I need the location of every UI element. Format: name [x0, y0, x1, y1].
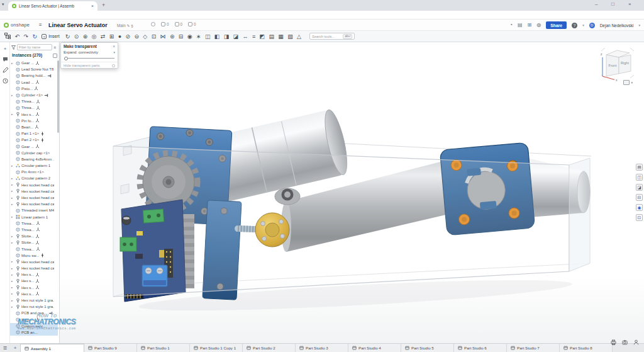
instance-row[interactable]: ▸ Micro sw... — [10, 253, 58, 259]
rotate-view-icon[interactable]: ↻ — [64, 33, 72, 40]
onshape-logo[interactable]: onshape — [4, 22, 30, 28]
add-instance-icon[interactable]: + — [2, 46, 8, 52]
document-title[interactable]: Linear Servo Actuator — [48, 22, 108, 28]
studio-tab[interactable]: Part Studio 6 — [454, 344, 507, 352]
instance-row[interactable]: ▸ Circular pattern 2 — [10, 175, 58, 181]
follow-counter[interactable]: 0 — [175, 22, 183, 26]
document-menu-icon[interactable]: ≡ — [39, 22, 42, 28]
help-icon[interactable]: ? — [572, 23, 577, 28]
rebuild-icon[interactable]: ↻ — [30, 33, 39, 40]
instance-row[interactable]: ▸ Threa... — [10, 98, 58, 105]
configurations-icon[interactable]: ⊡ — [636, 214, 643, 221]
instance-row[interactable]: ▸ Hex socket head ca... — [10, 201, 58, 207]
circular-pattern-icon[interactable]: ◉ — [186, 33, 194, 40]
instance-row[interactable]: ▸ Threaded insert M4... — [10, 207, 58, 213]
app-store-grid-icon[interactable]: ⊞ — [528, 23, 532, 28]
revolute-mate-icon[interactable]: ◎ — [89, 33, 98, 40]
studio-tab[interactable]: Part Studio 9 — [84, 344, 137, 352]
user-menu-caret-icon[interactable]: ▾ — [638, 23, 640, 27]
instance-row[interactable]: ▸ Pisto... — [10, 86, 58, 92]
filter-funnel-icon[interactable] — [11, 45, 16, 50]
instance-row[interactable]: ▸ Slotte... — [10, 239, 58, 246]
instance-row[interactable]: ▸ Pin 4mm <1> — [10, 169, 58, 175]
collapse-all-icon[interactable] — [53, 54, 57, 58]
workspace-name[interactable]: Main ✎ § — [117, 23, 133, 28]
section-view-icon[interactable]: ◪ — [231, 33, 240, 40]
instance-row[interactable]: ▸ Bearing 4x8x4mm ... — [10, 156, 58, 162]
bom-table-icon[interactable]: ▤ — [636, 164, 643, 171]
new-tab-button[interactable]: + — [102, 3, 105, 8]
instance-row[interactable]: ▸ Cylinder cap <1> — [10, 150, 58, 156]
explode-icon[interactable]: ∗ — [194, 33, 203, 40]
appearance-sphere-icon[interactable]: ◉ — [636, 204, 643, 211]
measure-icon[interactable]: ↔ — [240, 33, 250, 40]
expand-caret-icon[interactable]: ▸ — [11, 113, 14, 116]
cylindrical-mate-icon[interactable]: ⊘ — [123, 33, 132, 40]
instance-row[interactable]: ▸ Threa... — [10, 220, 58, 227]
instance-row[interactable]: ▸ Hex nut style 1 gra... — [10, 304, 58, 310]
replicate-icon[interactable]: ⊛ — [168, 33, 177, 40]
user-name[interactable]: Dejan Nedelkovski — [600, 23, 634, 28]
expand-caret-icon[interactable]: ▸ — [11, 273, 14, 276]
slider-mate-icon[interactable]: ⇄ — [99, 33, 108, 40]
instance-row[interactable]: ▸ Magn... — [10, 317, 58, 323]
expand-caret-icon[interactable]: ▸ — [11, 235, 14, 238]
history-clock-icon[interactable] — [2, 78, 8, 84]
expand-caret-icon[interactable]: ▸ — [11, 299, 14, 302]
instance-row[interactable]: ▸ Threa... — [10, 227, 58, 233]
instance-row[interactable]: ▸ PCB and gea... — [10, 310, 58, 316]
dialog-close-icon[interactable]: × — [113, 44, 115, 48]
notifications-bell-icon[interactable]: ◔ — [509, 23, 513, 28]
studio-tab[interactable]: Part Studio 1 Copy 1 — [190, 344, 243, 352]
expand-caret-icon[interactable]: ▸ — [11, 292, 14, 295]
fastened-mate-icon[interactable]: ⊕ — [81, 33, 90, 40]
help-caret-icon[interactable]: ▾ — [582, 23, 584, 27]
branch-counter[interactable]: 0 — [161, 22, 169, 26]
expand-caret-icon[interactable]: ▸ — [11, 183, 14, 186]
planar-mate-icon[interactable]: ⊞ — [108, 33, 116, 40]
expand-caret-icon[interactable]: ▸ — [11, 260, 14, 263]
user-avatar[interactable]: D — [589, 23, 595, 28]
instance-row[interactable]: ▸ Linear pattern 1 — [10, 214, 58, 220]
instance-row[interactable]: ▸ Part 2 <1> — [10, 137, 58, 143]
user-help-icon[interactable] — [633, 339, 639, 345]
studio-tab[interactable]: Part Studio 8 — [560, 344, 613, 352]
instance-row[interactable]: ▸ Hex s... — [10, 111, 58, 118]
studio-tab[interactable]: Part Studio 3 — [296, 344, 348, 352]
expand-caret-icon[interactable]: ▸ — [11, 286, 14, 289]
slider-knob[interactable] — [64, 57, 68, 60]
studio-tab[interactable]: Part Studio 1 — [137, 344, 190, 352]
studio-tab[interactable]: Part Studio 5 — [401, 344, 454, 352]
frame-icon[interactable]: ▧ — [286, 33, 295, 40]
drawing-icon[interactable]: ▤ — [267, 33, 276, 40]
studio-tab[interactable]: Assembly 1 — [20, 344, 84, 352]
window-minimize-button[interactable]: – — [595, 1, 597, 7]
instance-row[interactable]: ▸ Slotte... — [10, 233, 58, 239]
expand-caret-icon[interactable]: ▸ — [11, 280, 14, 283]
expand-caret-icon[interactable]: ▸ — [11, 196, 14, 200]
instance-row[interactable]: ▸ Pin fo... — [10, 118, 58, 124]
instance-row[interactable]: ▸ Lead ... — [10, 79, 58, 86]
tab-close-icon[interactable]: × — [91, 4, 94, 8]
expand-connectivity-dropdown[interactable]: Expand: connectivity ▾ — [61, 49, 118, 55]
transparency-slider[interactable] — [64, 55, 114, 61]
instance-row[interactable]: ▸ Custom serv... — [10, 323, 58, 329]
linear-pattern-icon[interactable]: ⊟ — [177, 33, 186, 40]
3d-viewport[interactable]: Front Right z x ▾ ▤ ◫ ◪ ⊟ ◉ ⊡ — [60, 42, 644, 343]
named-positions-icon[interactable]: ◨ — [222, 33, 231, 40]
instance-row[interactable]: ▸ Threa... — [10, 246, 58, 252]
redo-icon[interactable]: ↷ — [21, 33, 30, 40]
undo-icon[interactable]: ↶ — [13, 33, 21, 40]
appearance-icon[interactable]: ◩ — [257, 33, 267, 40]
instance-row[interactable]: ▸ Part 1 <1> — [10, 130, 58, 137]
mate-relation-icon[interactable]: ⋈ — [158, 33, 167, 40]
mate-icon[interactable]: ⊙ — [72, 33, 81, 40]
print-icon[interactable] — [611, 339, 616, 345]
ball-mate-icon[interactable]: ● — [116, 33, 124, 40]
share-link-icon[interactable]: § — [131, 24, 133, 28]
globe-icon[interactable] — [151, 22, 155, 26]
instance-row[interactable]: ▸ Hex socket head ca... — [10, 195, 58, 201]
expand-caret-icon[interactable]: ▸ — [11, 177, 14, 180]
like-counter[interactable]: 0 — [188, 22, 196, 26]
expand-caret-icon[interactable]: ▸ — [11, 62, 14, 65]
